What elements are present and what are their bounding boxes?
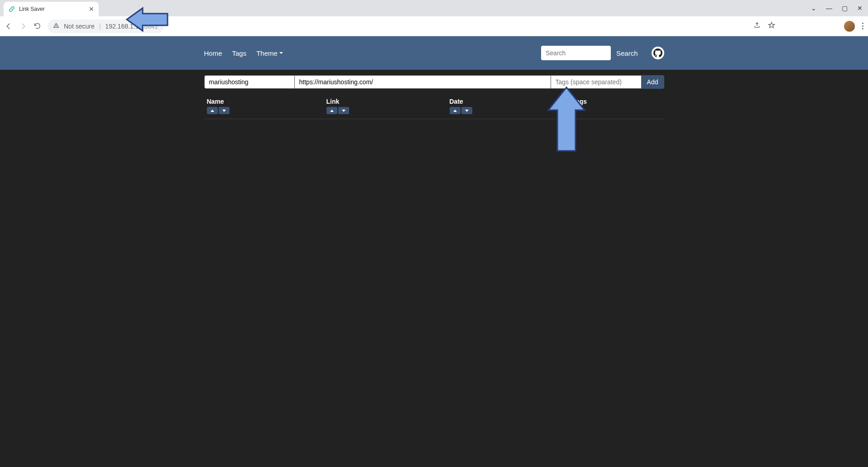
triangle-up-icon [211,110,214,112]
star-icon[interactable] [768,22,775,31]
triangle-up-icon [330,110,334,112]
sort-date-desc[interactable] [461,107,472,114]
search-button[interactable]: Search [616,49,638,57]
avatar[interactable] [844,21,855,32]
minimize-icon[interactable]: — [825,5,833,12]
name-field[interactable] [204,75,295,89]
nav-tags[interactable]: Tags [232,49,247,57]
search-input[interactable] [541,46,611,60]
back-icon[interactable] [5,22,13,30]
sort-name-asc[interactable] [207,107,218,114]
svg-marker-0 [127,8,168,31]
browser-tab[interactable]: Link Saver ✕ [4,2,99,16]
triangle-down-icon [465,110,469,112]
sort-name-desc[interactable] [219,107,230,114]
close-window-icon[interactable]: ✕ [856,5,863,12]
chevron-down-icon[interactable]: ⌄ [810,5,817,12]
add-link-form: Add [204,75,664,89]
add-button[interactable]: Add [642,75,664,89]
annotation-arrow-left [125,4,170,35]
separator: | [99,23,101,30]
triangle-down-icon [342,110,345,112]
sort-link-desc[interactable] [338,107,349,114]
github-icon[interactable] [652,47,664,59]
close-icon[interactable]: ✕ [82,5,94,13]
share-icon[interactable] [753,22,761,31]
nav-home[interactable]: Home [204,49,222,57]
kebab-menu-icon[interactable] [862,23,863,29]
column-link-label: Link [326,98,450,105]
not-secure-label: Not secure [64,23,95,30]
app-header: Home Tags Theme Search [0,36,868,70]
forward-icon[interactable] [19,22,27,30]
nav-theme-label: Theme [256,49,278,57]
sort-date-asc[interactable] [450,107,460,114]
app-body: Add Name Link Date [0,70,868,467]
column-name-label: Name [207,98,326,105]
warning-icon [53,22,59,30]
window-controls: ⌄ — ▢ ✕ [810,5,868,12]
svg-marker-1 [548,87,585,151]
annotation-arrow-up [546,85,587,153]
link-icon [8,5,15,13]
reload-icon[interactable] [34,22,41,30]
nav-theme-dropdown[interactable]: Theme [256,49,283,57]
chevron-down-icon [279,52,283,54]
maximize-icon[interactable]: ▢ [841,5,848,12]
triangle-down-icon [222,110,226,112]
triangle-up-icon [453,110,457,112]
table-header: Name Link Date [204,98,664,119]
link-field[interactable] [295,75,551,89]
sort-link-asc[interactable] [326,107,337,114]
address-bar-right [753,21,863,32]
tab-title: Link Saver [19,6,45,12]
